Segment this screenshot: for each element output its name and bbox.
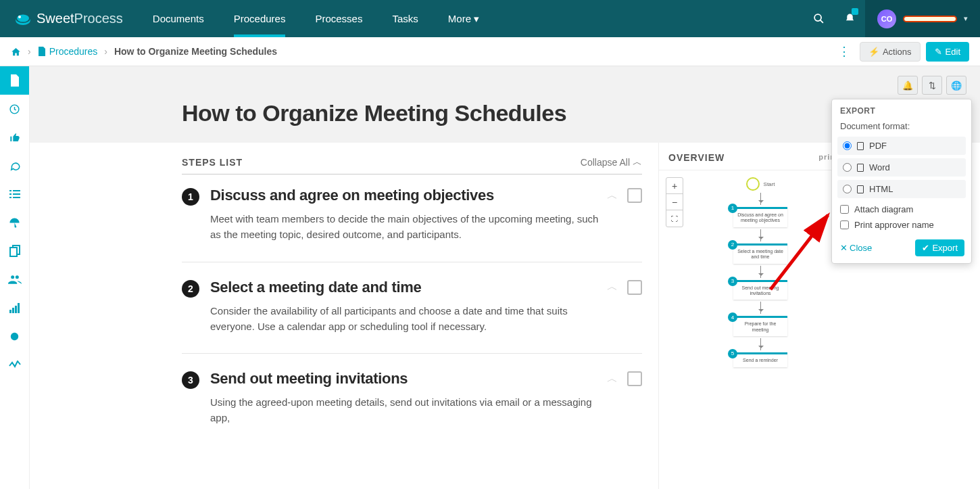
rail-thumbs-up-icon[interactable] bbox=[0, 123, 29, 152]
collapse-step-icon[interactable]: ︿ bbox=[607, 189, 618, 203]
check-icon: ✔ bbox=[922, 243, 929, 253]
flow-start-icon bbox=[746, 177, 760, 191]
step-checkbox[interactable] bbox=[627, 280, 642, 295]
flow-node[interactable]: 5Send a reminder bbox=[733, 352, 787, 367]
breadcrumb-current: How to Organize Meeting Schedules bbox=[114, 46, 277, 57]
nav-procedures[interactable]: Procedures bbox=[219, 0, 301, 37]
rail-stats-icon[interactable] bbox=[0, 294, 29, 322]
nav-more[interactable]: More ▾ bbox=[433, 0, 494, 37]
export-title: EXPORT bbox=[832, 99, 971, 121]
svg-line-5 bbox=[820, 20, 823, 23]
svg-rect-8 bbox=[13, 190, 20, 191]
zoom-controls: + − ⛶ bbox=[666, 177, 683, 227]
svg-point-20 bbox=[11, 332, 18, 340]
print-approver-checkbox[interactable]: Print approver name bbox=[832, 217, 971, 233]
edit-button[interactable]: ✎Edit bbox=[926, 42, 969, 62]
breadcrumb: › Procedures › How to Organize Meeting S… bbox=[11, 46, 277, 57]
flow-node[interactable]: 3Send out meeting invitations bbox=[733, 280, 787, 300]
step-title: Send out meeting invitations bbox=[210, 370, 602, 388]
breadcrumb-sep: › bbox=[104, 46, 107, 57]
notify-icon[interactable]: 🔔 bbox=[898, 76, 918, 95]
close-button[interactable]: ✕Close bbox=[840, 243, 872, 253]
user-menu[interactable]: CO ▾ bbox=[865, 0, 980, 37]
svg-rect-11 bbox=[9, 197, 11, 198]
flow-node[interactable]: 4Prepare for the meeting bbox=[733, 316, 787, 336]
rail-umbrella-icon[interactable] bbox=[0, 208, 29, 237]
export-button[interactable]: ✔Export bbox=[915, 239, 964, 256]
nav-tasks[interactable]: Tasks bbox=[377, 0, 433, 37]
step-title: Discuss and agree on meeting objectives bbox=[210, 187, 602, 204]
rail-copy-icon[interactable] bbox=[0, 237, 29, 265]
zoom-in-button[interactable]: + bbox=[666, 178, 683, 194]
nav-right: CO ▾ bbox=[803, 0, 980, 37]
main-area: 🔔 ⇅ 🌐 How to Organize Meeting Schedules … bbox=[30, 66, 980, 489]
chevron-down-icon: ▾ bbox=[474, 13, 479, 25]
chevron-down-icon: ▾ bbox=[964, 14, 968, 23]
globe-icon[interactable]: 🌐 bbox=[946, 76, 966, 95]
flow-start-label: Start bbox=[764, 181, 775, 187]
file-icon bbox=[857, 142, 864, 150]
collapse-step-icon[interactable]: ︿ bbox=[607, 372, 618, 386]
rail-gear-icon[interactable] bbox=[0, 322, 29, 350]
svg-rect-9 bbox=[9, 193, 11, 195]
left-rail bbox=[0, 66, 30, 489]
format-option-word[interactable]: Word bbox=[837, 158, 966, 177]
brand-logo[interactable]: SweetProcess bbox=[0, 11, 138, 26]
svg-rect-18 bbox=[15, 306, 17, 313]
search-icon[interactable] bbox=[803, 0, 834, 37]
flow-node[interactable]: 2Select a meeting date and time bbox=[733, 243, 787, 264]
brand-part1: Sweet bbox=[36, 11, 74, 26]
brand-part2: Process bbox=[74, 11, 123, 26]
rail-users-icon[interactable] bbox=[0, 265, 29, 294]
attach-diagram-checkbox[interactable]: Attach diagram bbox=[832, 202, 971, 217]
step-title: Select a meeting date and time bbox=[210, 279, 602, 296]
svg-rect-16 bbox=[9, 310, 11, 313]
sort-icon[interactable]: ⇅ bbox=[922, 76, 942, 95]
file-icon bbox=[857, 185, 864, 193]
collapse-step-icon[interactable]: ︿ bbox=[607, 280, 618, 294]
zoom-out-button[interactable]: − bbox=[666, 194, 683, 210]
file-icon bbox=[857, 164, 864, 172]
svg-rect-10 bbox=[13, 193, 20, 195]
svg-rect-13 bbox=[10, 248, 17, 256]
step-checkbox[interactable] bbox=[627, 188, 642, 203]
rail-activity-icon[interactable] bbox=[0, 350, 29, 379]
breadcrumb-procedures[interactable]: Procedures bbox=[38, 46, 98, 57]
svg-point-4 bbox=[814, 14, 821, 21]
svg-rect-12 bbox=[13, 197, 20, 198]
logo-icon bbox=[15, 12, 31, 26]
rail-history-icon[interactable] bbox=[0, 95, 29, 123]
home-icon[interactable] bbox=[11, 47, 21, 57]
page-title: How to Organize Meeting Schedules bbox=[182, 100, 790, 126]
step-checkbox[interactable] bbox=[627, 371, 642, 386]
close-icon: ✕ bbox=[840, 243, 848, 253]
step-item: 1 Discuss and agree on meeting objective… bbox=[182, 187, 642, 262]
rail-document-icon[interactable] bbox=[0, 66, 29, 95]
step-desc: Using the agreed-upon meeting details, s… bbox=[210, 394, 602, 426]
step-desc: Meet with team members to decide the mai… bbox=[210, 211, 602, 243]
nav-documents[interactable]: Documents bbox=[138, 0, 219, 37]
step-item: 3 Send out meeting invitations Using the… bbox=[182, 370, 642, 445]
edit-icon: ✎ bbox=[935, 47, 942, 57]
collapse-all-button[interactable]: Collapse All︿ bbox=[581, 156, 642, 168]
breadcrumb-sep: › bbox=[28, 46, 31, 57]
format-option-pdf[interactable]: PDF bbox=[837, 137, 966, 155]
svg-rect-7 bbox=[9, 190, 11, 191]
svg-rect-17 bbox=[12, 308, 14, 313]
chevron-up-icon: ︿ bbox=[633, 156, 642, 168]
actions-button[interactable]: ⚡Actions bbox=[860, 42, 921, 62]
rail-list-icon[interactable] bbox=[0, 180, 29, 208]
avatar: CO bbox=[877, 9, 896, 28]
rail-chat-icon[interactable] bbox=[0, 152, 29, 180]
user-name-redacted bbox=[903, 16, 957, 22]
steps-column: STEPS LIST Collapse All︿ 1 Discuss and a… bbox=[30, 143, 658, 489]
bell-icon[interactable] bbox=[834, 0, 865, 37]
svg-point-15 bbox=[15, 275, 18, 279]
flow-node[interactable]: 1Discuss and agree on meeting objectives bbox=[733, 207, 787, 227]
bolt-icon: ⚡ bbox=[868, 47, 879, 57]
more-menu-icon[interactable]: ⋮ bbox=[834, 44, 854, 59]
nav-processes[interactable]: Processes bbox=[300, 0, 377, 37]
format-option-html[interactable]: HTML bbox=[837, 180, 966, 198]
svg-point-2 bbox=[17, 14, 29, 22]
zoom-fit-button[interactable]: ⛶ bbox=[666, 210, 683, 227]
